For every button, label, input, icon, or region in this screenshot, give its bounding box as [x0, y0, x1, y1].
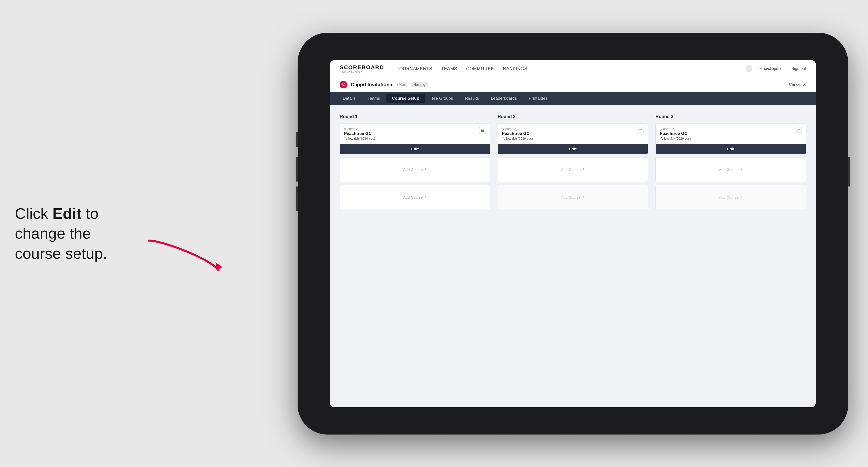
round-2-course-card: (Course A) Peachtree GC 🗑 Yellow (M) (66…: [498, 123, 648, 154]
instruction-part1: Click: [15, 205, 53, 222]
arrow-annotation: [144, 236, 223, 275]
round-3-column: Round 3 (Course A) Peachtree GC 🗑 Yellow…: [655, 114, 806, 213]
sign-out-link[interactable]: Sign out: [792, 66, 806, 71]
logo-title: SCOREBOARD: [340, 64, 384, 71]
top-nav: SCOREBOARD Powered by clippd TOURNAMENTS…: [330, 60, 816, 78]
tab-details[interactable]: Details: [337, 94, 361, 103]
rounds-container: Round 1 (Course A) Peachtree GC 🗑 Yellow…: [340, 114, 806, 213]
round-1-course-details: Yellow (M) (6629 yds): [340, 137, 490, 144]
round-2-column: Round 2 (Course A) Peachtree GC 🗑 Yellow…: [498, 114, 648, 213]
round-1-course-card: (Course A) Peachtree GC 🗑 Yellow (M) (66…: [340, 123, 490, 154]
logo-subtitle: Powered by clippd: [340, 71, 384, 73]
round-2-course-header: (Course A) Peachtree GC 🗑: [498, 124, 648, 136]
round-3-course-name: Peachtree GC: [660, 131, 687, 136]
round-3-edit-button[interactable]: Edit: [656, 144, 806, 154]
round-3-course-card: (Course A) Peachtree GC 🗑 Yellow (M) (66…: [655, 123, 806, 154]
cancel-button[interactable]: Cancel ✕: [789, 82, 806, 87]
plus-icon-5: +: [740, 167, 743, 172]
round-3-add-course-1[interactable]: Add Course +: [655, 157, 806, 182]
round-3-add-course-2-label: Add Course: [719, 195, 739, 199]
tablet-frame: SCOREBOARD Powered by clippd TOURNAMENTS…: [298, 33, 848, 435]
round-2-course-label: (Course A): [502, 127, 530, 131]
user-email: blair@clippd.io: [756, 66, 782, 71]
round-3-course-header: (Course A) Peachtree GC 🗑: [656, 124, 806, 136]
round-2-add-course-1[interactable]: Add Course +: [498, 157, 648, 182]
round-3-add-course-2: Add Course +: [655, 185, 806, 210]
nav-committee[interactable]: COMMITTEE: [466, 66, 494, 71]
round-2-edit-button[interactable]: Edit: [498, 144, 648, 154]
round-1-add-course-2[interactable]: Add Course +: [340, 185, 490, 210]
tournament-gender: (Men): [397, 82, 407, 87]
round-3-course-details: Yellow (M) (6629 yds): [656, 137, 806, 144]
nav-rankings[interactable]: RANKINGS: [503, 66, 527, 71]
round-1-course-name: Peachtree GC: [344, 131, 372, 136]
instruction-text: Click Edit tochange thecourse setup.: [15, 204, 107, 263]
nav-links: TOURNAMENTS TEAMS COMMITTEE RANKINGS: [397, 66, 745, 71]
round-2-course-name: Peachtree GC: [502, 131, 530, 136]
round-3-add-course-1-label: Add Course: [719, 167, 739, 172]
svg-marker-0: [212, 262, 222, 272]
round-1-course-label: (Course A): [344, 127, 372, 131]
tab-results[interactable]: Results: [459, 94, 484, 103]
instruction-bold: Edit: [53, 205, 82, 222]
close-icon: ✕: [803, 82, 806, 87]
tournament-info: C Clippd Invitational (Men) Hosting: [340, 81, 428, 88]
nav-tournaments[interactable]: TOURNAMENTS: [397, 66, 432, 71]
sub-header: C Clippd Invitational (Men) Hosting Canc…: [330, 78, 816, 92]
hosting-badge: Hosting: [411, 82, 428, 87]
plus-icon-3: +: [582, 167, 585, 172]
plus-icon-6: +: [740, 195, 743, 200]
round-2-add-course-1-label: Add Course: [561, 167, 581, 172]
user-avatar: [745, 65, 752, 72]
round-3-course-label: (Course A): [660, 127, 687, 131]
pipe: |: [786, 66, 787, 71]
nav-teams[interactable]: TEAMS: [441, 66, 457, 71]
round-1-edit-button[interactable]: Edit: [340, 144, 490, 154]
plus-icon-4: +: [582, 195, 585, 200]
round-1-delete-button[interactable]: 🗑: [479, 127, 486, 134]
plus-icon-2: +: [424, 195, 427, 200]
round-2-title: Round 2: [498, 114, 648, 119]
round-3-delete-button[interactable]: 🗑: [795, 127, 802, 134]
main-content: Round 1 (Course A) Peachtree GC 🗑 Yellow…: [330, 105, 816, 407]
round-2-course-info: (Course A) Peachtree GC: [502, 127, 530, 136]
round-2-add-course-2: Add Course +: [498, 185, 648, 210]
round-1-add-course-1-label: Add Course: [403, 167, 423, 172]
tab-tee-groups[interactable]: Tee Groups: [426, 94, 459, 103]
tab-teams[interactable]: Teams: [362, 94, 385, 103]
round-1-course-info: (Course A) Peachtree GC: [344, 127, 372, 136]
round-1-title: Round 1: [340, 114, 490, 119]
scoreboard-logo: SCOREBOARD Powered by clippd: [340, 64, 384, 73]
round-2-delete-button[interactable]: 🗑: [637, 127, 644, 134]
tournament-name: Clippd Invitational: [351, 82, 394, 88]
round-1-column: Round 1 (Course A) Peachtree GC 🗑 Yellow…: [340, 114, 490, 213]
tab-printables[interactable]: Printables: [523, 94, 553, 103]
round-2-add-course-2-label: Add Course: [561, 195, 581, 199]
c-logo: C: [340, 81, 347, 88]
round-1-add-course-2-label: Add Course: [403, 195, 423, 199]
round-2-course-details: Yellow (M) (6629 yds): [498, 137, 648, 144]
round-3-title: Round 3: [655, 114, 806, 119]
tab-course-setup[interactable]: Course Setup: [386, 94, 425, 103]
nav-right: blair@clippd.io | Sign out: [745, 65, 806, 72]
tab-leaderboards[interactable]: Leaderboards: [485, 94, 522, 103]
plus-icon: +: [424, 167, 427, 172]
round-1-course-header: (Course A) Peachtree GC 🗑: [340, 124, 490, 136]
tab-bar: Details Teams Course Setup Tee Groups Re…: [330, 92, 816, 105]
cancel-label: Cancel: [789, 82, 801, 87]
round-3-course-info: (Course A) Peachtree GC: [660, 127, 687, 136]
round-1-add-course-1[interactable]: Add Course +: [340, 157, 490, 182]
tablet-screen: SCOREBOARD Powered by clippd TOURNAMENTS…: [330, 60, 816, 407]
